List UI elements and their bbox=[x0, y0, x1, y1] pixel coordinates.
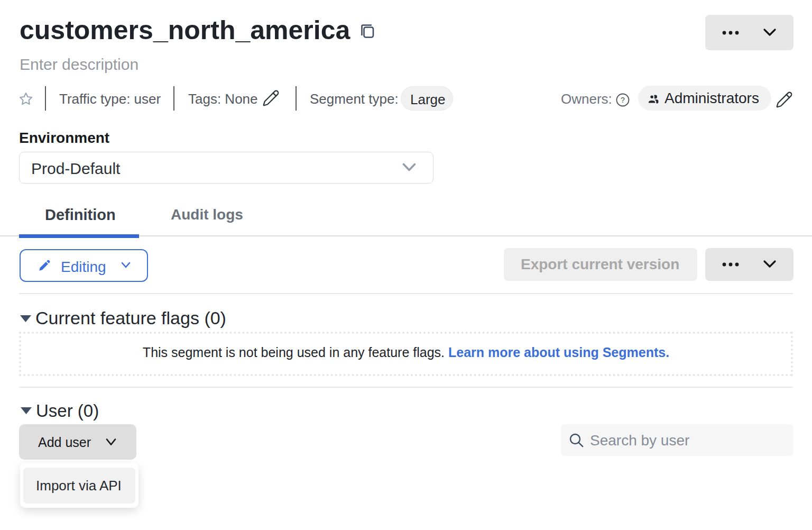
svg-text:?: ? bbox=[621, 96, 625, 104]
